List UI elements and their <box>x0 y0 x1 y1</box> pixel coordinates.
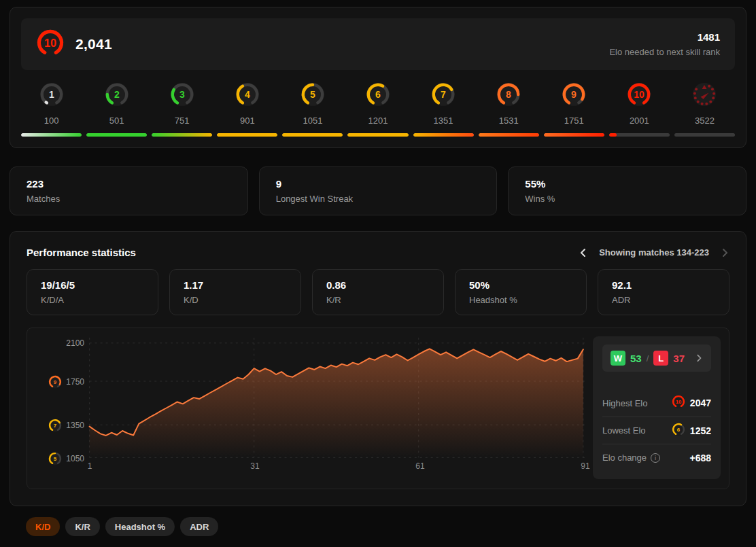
skill-level-10-icon: 10 <box>36 29 65 60</box>
chart-metric-tabs: K/D K/R Headshot % ADR <box>26 517 746 536</box>
skill-level-10-item: 10 2001 <box>609 82 670 137</box>
y-tick-label: 2100 <box>66 338 84 348</box>
skill-level-icon: 5 <box>300 82 325 109</box>
skill-level-7-item: 7 1351 <box>413 82 474 137</box>
stat-label: Headshot % <box>469 295 572 305</box>
current-elo-group: 10 2,041 <box>36 29 112 60</box>
skill-level-threshold: 3522 <box>695 116 715 126</box>
matches-pagination: Showing matches 134-223 <box>579 247 729 258</box>
skill-level-progress-track <box>347 133 408 137</box>
level-5-icon: 5 <box>48 452 62 465</box>
stat-value: 223 <box>27 178 231 190</box>
skill-level-icon: 9 <box>562 82 586 109</box>
skill-level-progress-bar <box>152 133 212 137</box>
y-tick-label: 1050 <box>66 454 84 463</box>
skill-level-progress-bar <box>544 133 604 137</box>
skill-level-icon: 4 <box>235 82 260 109</box>
skill-level-threshold: 1351 <box>434 116 453 126</box>
skill-ladder: 1 100 2 501 3 751 4 901 5 1051 6 1201 7 … <box>21 82 735 137</box>
level-10-icon: 10 <box>36 29 65 57</box>
y-tick-label: 1750 <box>66 377 84 387</box>
skill-level-progress-bar <box>217 133 277 137</box>
skill-level-icon: 8 <box>496 82 521 109</box>
svg-text:9: 9 <box>571 89 577 100</box>
tab-k-d[interactable]: K/D <box>26 517 60 536</box>
level-10-icon: 10 <box>627 82 651 107</box>
skill-level-8-item: 8 1531 <box>479 82 539 137</box>
skill-level-challenger-item: 3522 <box>674 82 735 137</box>
y-tick-1050: 51050 <box>38 453 84 465</box>
losses-count: 37 <box>673 353 685 364</box>
tab-headshot[interactable]: Headshot % <box>105 517 175 536</box>
summary-row-lowest-elo: Lowest Elo 6 1252 <box>602 417 711 444</box>
summary-label: Highest Elo <box>602 398 647 408</box>
stat-label: K/D <box>184 295 287 305</box>
svg-text:3: 3 <box>179 89 185 100</box>
elo-needed-label: Elo needed to next skill rank <box>609 47 720 57</box>
win-loss-button[interactable]: W 53 / L 37 <box>602 345 711 372</box>
summary-value-group: 10 2047 <box>672 395 711 411</box>
previous-matches-button[interactable] <box>579 248 588 258</box>
stat-card-matches: 223 Matches <box>10 166 248 215</box>
faceit-stats-page: 10 2,041 1481 Elo needed to next skill r… <box>0 0 756 543</box>
svg-text:6: 6 <box>677 426 681 432</box>
skill-level-2-item: 2 501 <box>86 82 147 137</box>
skill-level-icon <box>692 82 717 109</box>
summary-level-icon: 10 <box>672 395 685 411</box>
tab-k-r[interactable]: K/R <box>65 517 99 536</box>
level-9-icon: 9 <box>562 82 586 107</box>
next-matches-button[interactable] <box>720 248 729 258</box>
skill-level-threshold: 1751 <box>564 116 584 126</box>
summary-label: Elo changei <box>602 453 660 463</box>
skill-level-threshold: 1201 <box>368 116 388 126</box>
stat-value: 50% <box>469 279 572 291</box>
level-3-icon: 3 <box>170 82 194 107</box>
skill-level-threshold: 751 <box>175 116 190 126</box>
stat-label: K/R <box>326 295 430 305</box>
svg-text:5: 5 <box>310 89 315 100</box>
level-7-icon: 7 <box>48 419 62 432</box>
elo-chart-container: 2100917507135051050 1316191 W 53 / L 37 <box>27 328 729 489</box>
skill-level-4-item: 4 901 <box>217 82 277 137</box>
skill-level-progress-bar <box>21 133 82 137</box>
losses-badge-icon: L <box>653 351 668 366</box>
summary-value: 1252 <box>690 425 711 436</box>
svg-text:10: 10 <box>634 89 645 100</box>
skill-level-icon: 2 <box>105 82 129 109</box>
chevron-right-icon <box>720 248 729 258</box>
stat-card-k-r: 0.86 K/R <box>312 269 444 315</box>
matches-range-label: Showing matches 134-223 <box>599 247 709 258</box>
stat-card-headshot: 50% Headshot % <box>455 269 587 315</box>
stat-value: 1.17 <box>184 279 287 291</box>
level-10-icon: 10 <box>672 395 685 408</box>
info-icon[interactable]: i <box>651 453 660 463</box>
performance-panel: Performance statistics Showing matches 1… <box>10 231 746 506</box>
svg-text:8: 8 <box>506 89 511 100</box>
stat-value: 19/16/5 <box>41 279 144 291</box>
svg-text:10: 10 <box>676 399 682 405</box>
current-elo-value: 2,041 <box>75 36 112 52</box>
win-loss-separator: / <box>647 353 649 364</box>
skill-level-progress-track <box>282 133 343 137</box>
wins-badge-icon: W <box>611 351 625 366</box>
performance-header: Performance statistics Showing matches 1… <box>10 232 746 269</box>
summary-value: 2047 <box>690 398 711 408</box>
stat-card-k-d: 1.17 K/D <box>169 269 301 315</box>
stat-value: 55% <box>525 178 729 190</box>
skill-level-threshold: 2001 <box>630 116 649 126</box>
skill-level-progress-bar <box>609 133 617 137</box>
svg-text:6: 6 <box>375 89 381 100</box>
y-tick-1750: 91750 <box>38 376 84 388</box>
summary-level-icon: 6 <box>672 423 685 439</box>
elo-needed-value: 1481 <box>609 31 720 43</box>
skill-level-progress-bar <box>86 133 147 137</box>
level-8-icon: 8 <box>496 82 521 107</box>
tab-adr[interactable]: ADR <box>180 517 218 536</box>
svg-text:10: 10 <box>44 37 56 49</box>
elo-overview-panel: 10 2,041 1481 Elo needed to next skill r… <box>10 7 746 148</box>
skill-level-1-item: 1 100 <box>21 82 82 137</box>
skill-level-threshold: 1531 <box>499 116 519 126</box>
current-elo-card: 10 2,041 1481 Elo needed to next skill r… <box>21 18 735 70</box>
skill-level-icon: 1 <box>39 82 64 109</box>
stat-card-longest-win-streak: 9 Longest Win Streak <box>259 166 498 215</box>
